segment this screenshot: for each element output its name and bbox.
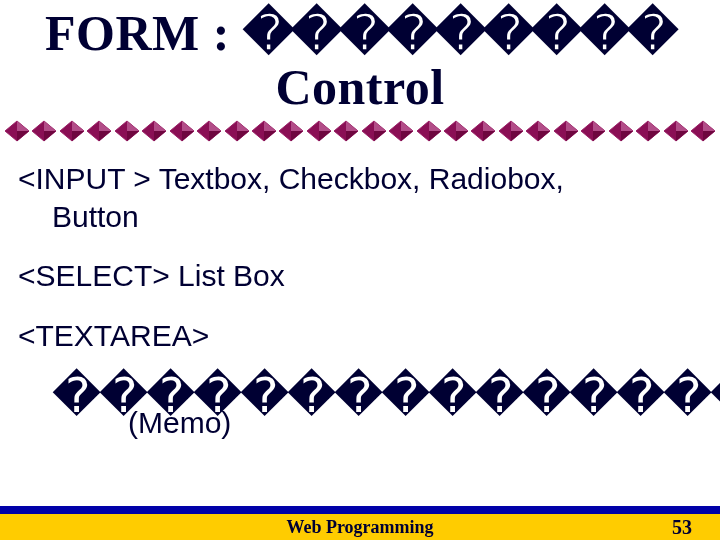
diamond-icon — [608, 120, 634, 142]
bullet-desc: List Box — [170, 259, 285, 292]
diamond-icon — [525, 120, 551, 142]
diamond-icon — [416, 120, 442, 142]
slide-title: FORM : ��������� Control — [0, 6, 720, 114]
diamond-icon — [31, 120, 57, 142]
slide-footer: Web Programming 53 — [0, 506, 720, 540]
diamond-icon — [4, 120, 30, 142]
footer-accent-bar — [0, 506, 720, 514]
bullet-tag: <INPUT > — [18, 162, 151, 195]
bullet-tag: <SELECT> — [18, 259, 170, 292]
diamond-icon — [690, 120, 716, 142]
title-glyphs: ��������� — [243, 5, 675, 61]
title-prefix: FORM : — [45, 5, 243, 61]
diamond-icon — [580, 120, 606, 142]
diamond-icon — [251, 120, 277, 142]
bullet-item: <SELECT> List Box — [18, 257, 702, 295]
diamond-icon — [59, 120, 85, 142]
diamond-icon — [141, 120, 167, 142]
page-number: 53 — [672, 516, 692, 539]
diamond-icon — [553, 120, 579, 142]
bullet-cont: Button — [18, 198, 702, 236]
memo-block: ���������������� (Memo) — [18, 372, 702, 440]
diamond-icon — [470, 120, 496, 142]
title-line2: Control — [275, 59, 444, 115]
bullet-tag: <TEXTAREA> — [18, 319, 209, 352]
slide-title-wrap: FORM : ��������� Control — [0, 0, 720, 114]
diamond-icon — [333, 120, 359, 142]
diamond-icon — [86, 120, 112, 142]
slide-body: <INPUT > Textbox, Checkbox, Radiobox, Bu… — [0, 142, 720, 440]
diamond-icon — [498, 120, 524, 142]
diamond-icon — [196, 120, 222, 142]
bullet-item: <INPUT > Textbox, Checkbox, Radiobox, Bu… — [18, 160, 702, 235]
diamond-icon — [388, 120, 414, 142]
diamond-icon — [635, 120, 661, 142]
footer-main-bar: Web Programming 53 — [0, 514, 720, 540]
diamond-icon — [306, 120, 332, 142]
footer-title: Web Programming — [286, 517, 433, 538]
diamond-icon — [443, 120, 469, 142]
diamond-icon — [278, 120, 304, 142]
bullet-item: <TEXTAREA> — [18, 317, 702, 355]
diamond-icon — [663, 120, 689, 142]
diamond-icon — [169, 120, 195, 142]
diamond-icon — [114, 120, 140, 142]
diamond-icon — [224, 120, 250, 142]
memo-glyphs: ���������������� — [18, 372, 702, 420]
diamond-icon — [361, 120, 387, 142]
diamond-divider — [0, 120, 720, 142]
bullet-desc: Textbox, Checkbox, Radiobox, — [151, 162, 564, 195]
